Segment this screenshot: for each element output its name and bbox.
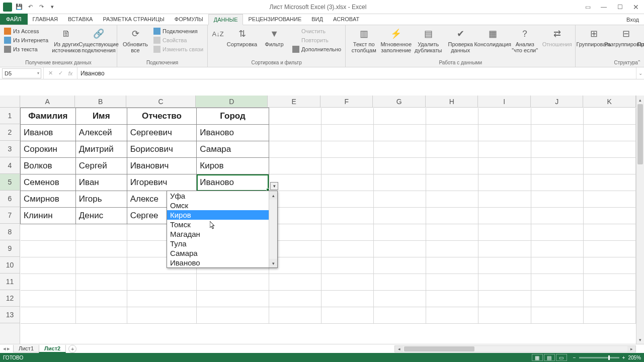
zoom-in-button[interactable]: +: [622, 355, 625, 360]
save-icon[interactable]: 💾: [15, 3, 23, 11]
new-sheet-button[interactable]: +: [68, 345, 76, 353]
row-header-11[interactable]: 11: [0, 274, 20, 290]
tab-pagelayout[interactable]: РАЗМЕТКА СТРАНИЦЫ: [98, 14, 169, 25]
undo-icon[interactable]: ↶: [26, 3, 34, 11]
whatif-button[interactable]: ？Анализ "что если": [510, 26, 540, 53]
cell[interactable]: Смирнов: [21, 191, 76, 208]
dropdown-scrollbar[interactable]: ▴ ▾: [269, 191, 277, 267]
cell[interactable]: [269, 108, 321, 125]
cell[interactable]: Сорокин: [21, 141, 76, 158]
cell[interactable]: Город: [197, 108, 269, 125]
view-pagebreak-icon[interactable]: ▭: [556, 354, 567, 361]
row-header-2[interactable]: 2: [0, 124, 20, 141]
tab-home[interactable]: ГЛАВНАЯ: [28, 14, 63, 25]
cell[interactable]: Киров: [197, 158, 269, 174]
row-header-10[interactable]: 10: [0, 257, 20, 274]
tab-view[interactable]: ВИД: [306, 14, 328, 25]
select-all-corner[interactable]: [0, 96, 20, 107]
row-header-7[interactable]: 7: [0, 207, 20, 224]
close-button[interactable]: ✕: [628, 0, 644, 14]
col-header-G[interactable]: G: [373, 96, 426, 107]
insert-function-icon[interactable]: fx: [66, 70, 75, 76]
cell[interactable]: Фамилия: [21, 108, 76, 125]
row-header-4[interactable]: 4: [0, 157, 20, 174]
col-header-K[interactable]: K: [583, 96, 636, 107]
sheet-tab-active[interactable]: Лист2: [39, 345, 66, 353]
scroll-down-icon[interactable]: ▾: [636, 335, 644, 344]
col-header-F[interactable]: F: [320, 96, 373, 107]
data-validation-button[interactable]: ✔Проверка данных: [445, 26, 475, 53]
from-text-button[interactable]: Из текста: [3, 45, 49, 53]
scroll-down-icon[interactable]: ▾: [269, 259, 277, 267]
scroll-up-icon[interactable]: ▴: [269, 191, 277, 200]
col-header-C[interactable]: C: [126, 96, 196, 107]
cell[interactable]: Сергей: [75, 158, 127, 174]
dropdown-item[interactable]: Тула: [167, 239, 269, 248]
connections-button[interactable]: Подключения: [152, 27, 204, 35]
dropdown-item[interactable]: Томск: [167, 220, 269, 229]
col-header-H[interactable]: H: [426, 96, 478, 107]
cell[interactable]: Иванов: [21, 125, 76, 141]
cell[interactable]: Самара: [197, 141, 269, 158]
col-header-I[interactable]: I: [478, 96, 531, 107]
col-header-J[interactable]: J: [531, 96, 584, 107]
row-header-12[interactable]: 12: [0, 290, 20, 307]
row-header-6[interactable]: 6: [0, 191, 20, 207]
scrollbar-thumb[interactable]: [404, 346, 474, 351]
maximize-button[interactable]: ☐: [612, 0, 628, 14]
existing-connections-button[interactable]: 🔗Существующие подключения: [84, 26, 114, 53]
row-header-3[interactable]: 3: [0, 141, 20, 157]
row-header-9[interactable]: 9: [0, 240, 20, 257]
sheet-nav-prev-icon[interactable]: ◂: [3, 345, 6, 352]
cell[interactable]: Иваново: [197, 125, 269, 141]
from-other-sources-button[interactable]: 🗎Из других источников: [51, 26, 82, 53]
cell[interactable]: Иванович: [127, 158, 197, 174]
zoom-level[interactable]: 205%: [628, 355, 641, 360]
file-tab[interactable]: ФАЙЛ: [0, 14, 28, 25]
collapse-ribbon-icon[interactable]: ⌃: [637, 59, 641, 65]
cell[interactable]: Сергеевич: [127, 125, 197, 141]
dropdown-item[interactable]: Иваново: [167, 258, 269, 267]
consolidate-button[interactable]: ▦Консолидация: [477, 26, 508, 47]
dropdown-item-highlighted[interactable]: Киров: [167, 210, 269, 220]
horizontal-scrollbar[interactable]: ◂ ▸: [394, 345, 636, 352]
col-header-A[interactable]: A: [20, 96, 75, 107]
col-header-B[interactable]: B: [75, 96, 126, 107]
view-pagelayout-icon[interactable]: ▤: [544, 354, 555, 361]
cell[interactable]: Клинин: [21, 208, 76, 224]
sort-az-button[interactable]: A↓Z: [211, 26, 225, 40]
filter-button[interactable]: ▼Фильтр: [259, 26, 289, 47]
text-to-columns-button[interactable]: ▥Текст по столбцам: [349, 26, 379, 53]
cells-grid[interactable]: Фамилия Имя Отчество Город Иванов Алексе…: [20, 108, 636, 344]
name-box[interactable]: D5: [2, 68, 41, 78]
scroll-left-icon[interactable]: ◂: [395, 346, 403, 352]
view-normal-icon[interactable]: ▦: [532, 354, 543, 361]
ribbon-options-icon[interactable]: ▭: [580, 0, 596, 14]
dropdown-item[interactable]: Омск: [167, 201, 269, 210]
cell[interactable]: Отчество: [127, 108, 197, 125]
scrollbar-thumb[interactable]: [637, 104, 643, 164]
dropdown-item[interactable]: Магадан: [167, 229, 269, 239]
flash-fill-button[interactable]: ⚡Мгновенное заполнение: [381, 26, 411, 53]
cell[interactable]: Волков: [21, 158, 76, 174]
cell[interactable]: Иван: [75, 174, 127, 191]
row-header-1[interactable]: 1: [0, 108, 20, 124]
row-header-5[interactable]: 5: [0, 174, 20, 191]
col-header-D[interactable]: D: [196, 96, 268, 107]
scroll-right-icon[interactable]: ▸: [627, 346, 635, 352]
advanced-filter-button[interactable]: Дополнительно: [291, 45, 342, 53]
cell[interactable]: Игорь: [75, 191, 127, 208]
redo-icon[interactable]: ↷: [37, 3, 45, 11]
tab-formulas[interactable]: ФОРМУЛЫ: [170, 14, 208, 25]
cell[interactable]: Игоревич: [127, 174, 197, 191]
tab-insert[interactable]: ВСТАВКА: [63, 14, 98, 25]
qat-customize-icon[interactable]: ▾: [48, 3, 56, 11]
cell[interactable]: Борисович: [127, 141, 197, 158]
sheet-nav-next-icon[interactable]: ▸: [7, 345, 10, 352]
sort-button[interactable]: ⇅Сортировка: [227, 26, 257, 47]
sheet-tab[interactable]: Лист1: [13, 345, 39, 352]
col-header-E[interactable]: E: [268, 96, 320, 107]
tab-acrobat[interactable]: ACROBAT: [328, 14, 364, 25]
row-header-8[interactable]: 8: [0, 224, 20, 240]
refresh-all-button[interactable]: ⟳Обновить все: [120, 26, 150, 53]
